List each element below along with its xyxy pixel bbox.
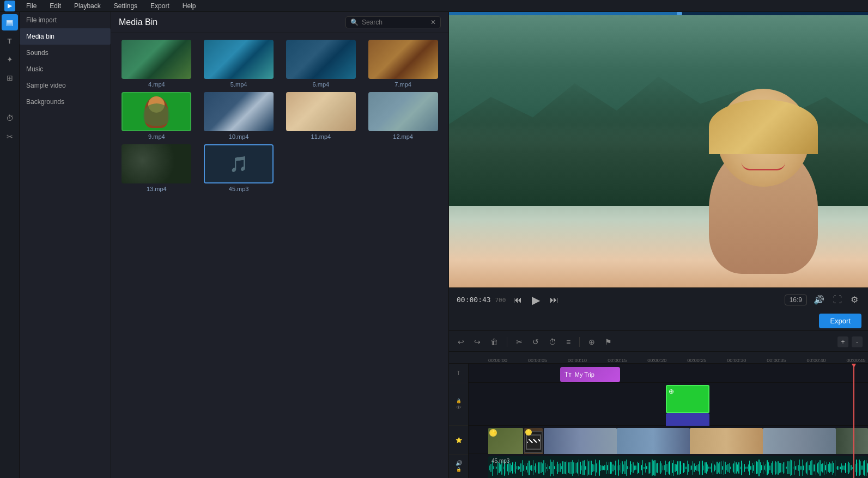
clip-segment[interactable] <box>836 428 868 456</box>
ruler-mark: 00:00:25 <box>687 358 706 363</box>
search-wrapper[interactable]: 🔍 ✕ <box>345 16 441 28</box>
menubar: ▶ File Edit Playback Settings Export Hel… <box>0 0 868 12</box>
media-item-label: 45.mp3 <box>229 186 249 192</box>
panel-sounds[interactable]: Sounds <box>20 45 111 61</box>
sidebar-transitions-btn[interactable]: ⊞ <box>2 70 18 86</box>
ruler-marks: 00:00:00 00:00:05 00:00:10 00:00:15 00:0… <box>488 352 868 363</box>
media-item[interactable]: 10.mp4 <box>200 92 278 140</box>
audio-waveform[interactable]: 45.mp3 <box>488 456 868 478</box>
media-thumb[interactable] <box>122 92 191 131</box>
undo-btn[interactable]: ↩ <box>454 336 468 348</box>
main-star-icon: ⭐ <box>456 437 462 443</box>
ruler-mark: 00:00:10 <box>568 358 587 363</box>
media-item[interactable]: 🎵 45.mp3 <box>200 144 278 192</box>
menu-settings[interactable]: Settings <box>112 1 139 11</box>
clip-segment[interactable]: ⭐ <box>488 428 523 456</box>
panel-sample-video[interactable]: Sample video <box>20 77 111 94</box>
media-thumb[interactable] <box>286 92 356 131</box>
overlay-lock-icon[interactable]: 🔒 <box>456 399 462 403</box>
media-item-label: 13.mp4 <box>147 186 167 192</box>
app-icon: ▶ <box>4 1 15 11</box>
skip-back-btn[interactable]: ⏮ <box>511 293 524 307</box>
media-thumb-audio[interactable]: 🎵 <box>204 144 274 183</box>
ruler-mark: 00:00:45 <box>846 358 865 363</box>
marker-btn[interactable]: ⚑ <box>602 336 615 348</box>
title-clip[interactable]: Tт My Trip <box>560 367 620 382</box>
play-btn[interactable]: ▶ <box>530 291 542 309</box>
sidebar-history-btn[interactable]: ⏱ <box>2 110 18 126</box>
media-item-label: 11.mp4 <box>311 133 331 140</box>
panel-media-bin[interactable]: Media bin <box>20 28 111 45</box>
clip-segment[interactable]: ⭐ <box>524 428 543 456</box>
redo-btn[interactable]: ↪ <box>471 336 484 348</box>
media-thumb[interactable] <box>204 40 274 79</box>
overlay-eye-icon[interactable]: 👁 <box>456 405 462 410</box>
sidebar-tools-btn[interactable]: ✂ <box>2 128 18 145</box>
sidebar-media-btn[interactable]: ▤ <box>2 14 18 30</box>
volume-btn[interactable]: 🔊 <box>811 292 827 307</box>
preview-right-controls: 16:9 🔊 ⛶ ⚙ <box>785 292 860 307</box>
menu-edit[interactable]: Edit <box>47 1 63 11</box>
menu-playback[interactable]: Playback <box>72 1 103 11</box>
ruler-mark: 00:00:40 <box>806 358 825 363</box>
ruler-mark: 00:00:00 <box>488 358 507 363</box>
split-btn[interactable]: ≡ <box>563 336 574 348</box>
media-item[interactable]: 12.mp4 <box>364 92 442 140</box>
media-item[interactable]: 6.mp4 <box>282 40 360 88</box>
export-button[interactable]: Export <box>819 314 861 328</box>
media-thumb[interactable] <box>204 92 274 131</box>
audio-track-label: 45.mp3 <box>491 458 509 464</box>
sidebar-effects-btn[interactable]: ✦ <box>2 51 18 68</box>
skip-forward-btn[interactable]: ⏭ <box>548 293 561 307</box>
media-grid: 4.mp4 5.mp4 6.mp4 7.mp4 <box>111 33 448 199</box>
media-thumb[interactable] <box>122 40 191 79</box>
media-item[interactable]: 7.mp4 <box>364 40 442 88</box>
search-clear-icon[interactable]: ✕ <box>430 19 436 26</box>
clip-segment[interactable] <box>690 428 763 456</box>
clip-segment[interactable] <box>617 428 690 456</box>
clip-segment[interactable] <box>544 428 617 456</box>
media-item[interactable]: 13.mp4 <box>118 144 196 192</box>
add-track-btn[interactable]: ⊕ <box>585 336 598 348</box>
settings-preview-btn[interactable]: ⚙ <box>848 292 860 307</box>
track-controls: T 🔒 👁 ⭐ 🔊 🔒 <box>449 364 469 478</box>
media-item-label: 6.mp4 <box>313 81 330 88</box>
main-track-ctrl: ⭐ <box>449 425 468 454</box>
overlay-clip-green[interactable]: ⊕ <box>666 385 709 413</box>
menu-file[interactable]: File <box>24 1 39 11</box>
clip-segment[interactable] <box>763 428 836 456</box>
media-item[interactable]: 9.mp4 <box>118 92 196 140</box>
left-panel: File import Media bin Sounds Music Sampl… <box>20 12 111 478</box>
aspect-ratio-btn[interactable]: 16:9 <box>785 295 807 305</box>
media-thumb[interactable] <box>286 40 356 79</box>
media-thumb[interactable] <box>368 92 438 131</box>
menu-export[interactable]: Export <box>148 1 172 11</box>
media-item-label: 4.mp4 <box>148 81 165 88</box>
speed-btn[interactable]: ⏱ <box>545 336 560 348</box>
delete-btn[interactable]: 🗑 <box>487 336 501 348</box>
media-item[interactable]: 5.mp4 <box>200 40 278 88</box>
panel-music[interactable]: Music <box>20 61 111 77</box>
fullscreen-btn[interactable]: ⛶ <box>831 293 844 307</box>
panel-backgrounds[interactable]: Backgrounds <box>20 94 111 110</box>
media-item[interactable]: 11.mp4 <box>282 92 360 140</box>
zoom-out-btn[interactable]: - <box>852 336 863 347</box>
media-item[interactable]: 4.mp4 <box>118 40 196 88</box>
timeline-toolbar: ↩ ↪ 🗑 ✂ ↺ ⏱ ≡ ⊕ ⚑ + - <box>449 332 868 352</box>
media-thumb[interactable] <box>368 40 438 79</box>
zoom-in-btn[interactable]: + <box>837 336 848 347</box>
panel-file-import[interactable]: File import <box>20 12 111 28</box>
audio-lock-icon[interactable]: 🔒 <box>456 467 462 472</box>
rotate-btn[interactable]: ↺ <box>529 336 542 348</box>
audio-note-icon: 🎵 <box>205 145 272 182</box>
search-input[interactable] <box>362 19 427 26</box>
menu-help[interactable]: Help <box>180 1 198 11</box>
media-item-label: 9.mp4 <box>148 133 165 140</box>
sidebar-text-btn[interactable]: T <box>2 33 18 49</box>
audio-track-ctrl: 🔊 🔒 <box>449 454 468 478</box>
title-track-ctrl: T <box>449 364 468 383</box>
media-thumb[interactable] <box>122 144 191 183</box>
title-clip-icon: Tт <box>564 371 572 378</box>
star-icon: ⭐ <box>525 429 532 436</box>
cut-btn[interactable]: ✂ <box>513 336 526 348</box>
